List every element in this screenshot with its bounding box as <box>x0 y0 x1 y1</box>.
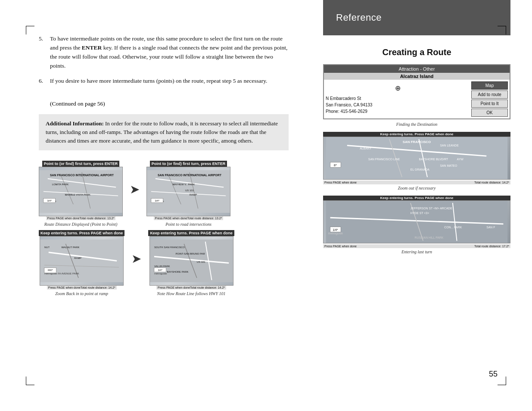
step-list: 5. To have intermediate points on the ro… <box>39 34 289 92</box>
step-5-text: To have intermediate points on the route… <box>50 34 289 71</box>
map-thumb-1-1: SAN FRANCISCO INTERNATIONAL AIRPORT LOMI… <box>39 167 123 216</box>
map-caption-1-1: Route Distance Displayed (Point to Point… <box>44 222 118 227</box>
step-6: 6. If you desire to have more intermedia… <box>39 77 289 86</box>
map-caption-1-2: Point to road intersections <box>165 222 212 227</box>
svg-text:SAN MATEO: SAN MATEO <box>440 164 457 167</box>
svg-text:EL GRANADA: EL GRANADA <box>411 168 429 171</box>
map-item-1-1: Point to (or find) first turn, press ENT… <box>39 161 123 227</box>
map-button[interactable]: Map <box>471 81 508 90</box>
corner-mark-bl <box>26 377 34 385</box>
right-map-caption-2: Entering last turn <box>323 249 510 254</box>
svg-text:SOUTH SAN FRANCISCO: SOUTH SAN FRANCISCO <box>154 246 184 249</box>
svg-text:US 101: US 101 <box>196 261 205 263</box>
svg-text:MAYHEW V.. PARK: MAYHEW V.. PARK <box>172 183 195 186</box>
svg-text:metroguide: metroguide <box>154 272 167 275</box>
svg-text:8*: 8* <box>334 164 337 167</box>
map-item-1-2: Point to (or find) first turn, press ENT… <box>146 161 230 227</box>
arrow-1: ➤ <box>130 184 140 196</box>
section-title: Creating a Route <box>323 47 510 57</box>
right-map-thumb-2: JEFFERSON ST <M> ARCADE HYDE ST <3> CON.… <box>323 200 510 243</box>
ok-button[interactable]: OK <box>471 109 508 117</box>
svg-text:3/4*: 3/4* <box>47 199 52 202</box>
right-map-header-1: Keep entering turns. Press PAGE when don… <box>323 132 510 137</box>
svg-text:AYW: AYW <box>457 158 464 161</box>
map-footer-1-2: Press PAGE when done Total route distanc… <box>154 216 224 220</box>
svg-text:JEFFERSON ST <M> ARCADE: JEFFERSON ST <M> ARCADE <box>411 207 452 210</box>
ui-card-right: Map Add to route Point to It OK <box>471 81 508 117</box>
address-line1: N Embarcadero St <box>326 95 470 102</box>
svg-text:BAYSHORE BLVD/RT: BAYSHORE BLVD/RT <box>419 158 448 161</box>
svg-rect-23 <box>40 240 123 282</box>
svg-text:3/4*: 3/4* <box>155 199 159 202</box>
svg-text:RAMP: RAMP <box>190 193 197 196</box>
svg-text:1/4*: 1/4* <box>333 228 338 231</box>
map-item-2-1: Keep entering turns. Press PAGE when don… <box>39 230 124 296</box>
arrow-2: ➤ <box>131 253 141 265</box>
step-5-num: 5. <box>39 34 47 71</box>
ui-card-left: ⊕ N Embarcadero St San Fransico, CA 9413… <box>326 81 470 117</box>
right-map-caption-1: Zoom out if necessary <box>323 186 510 190</box>
svg-text:metroguide: metroguide <box>328 232 343 235</box>
additional-info-box: Additional Information: In order for the… <box>39 114 289 150</box>
right-map-footer-1: Press PAGE when done Total route distanc… <box>323 181 510 184</box>
svg-text:HYDE ST <3>: HYDE ST <3> <box>411 212 429 215</box>
step-5: 5. To have intermediate points on the ro… <box>39 34 289 71</box>
svg-text:SAN LEANDE: SAN LEANDE <box>440 144 459 147</box>
svg-text:POINT-SAN BRUNO PAR: POINT-SAN BRUNO PAR <box>175 252 205 255</box>
map-header-1-1: Point to (or find) first turn, press ENT… <box>42 161 120 167</box>
right-map-thumb-1: SAN FRANCISCO ALBANY SAN LEANDE SAN FRAN… <box>323 137 510 180</box>
svg-text:NUT: NUT <box>44 246 50 249</box>
ui-card-destination: Attraction - Other Alcatraz Island ⊕ N E… <box>323 64 510 119</box>
ui-card-subtitle: Alcatraz Island <box>324 73 510 80</box>
svg-text:CON... PARK: CON... PARK <box>444 226 462 229</box>
map-header-1-2: Point to (or find) first turn, press ENT… <box>150 161 227 167</box>
map-row-2: Keep entering turns. Press PAGE when don… <box>39 230 289 296</box>
right-map-footer-2: Press PAGE when done Total route distanc… <box>323 244 510 248</box>
reference-header: Reference <box>323 0 510 35</box>
map-caption-2-2: Note How Route Line follows HWY 101 <box>157 291 226 296</box>
map-thumb-2-1: NUT WALNUT PARK RAMP metroguide FA AVENU… <box>40 236 124 286</box>
svg-text:000*: 000* <box>48 269 53 271</box>
continued-text: (Continued on page 56) <box>50 100 289 107</box>
corner-mark-tr <box>498 26 506 34</box>
step-6-text: If you desire to have more intermediate … <box>50 77 267 86</box>
map-footer-2-2: Press PAGE when done Total route distanc… <box>156 286 226 290</box>
map-thumb-1-2: SAN FRANCISCO INTERNATIONAL AIRPORT US 1… <box>146 167 230 216</box>
page-container: 5. To have intermediate points on the ro… <box>0 0 532 411</box>
map-footer-2-1: Press PAGE when done Total route distanc… <box>47 286 117 290</box>
ui-card-title: Attraction - Other <box>324 65 510 73</box>
svg-text:SAN FRANCISCO: SAN FRANCISCO <box>403 140 431 144</box>
map-item-2-2: Keep entering turns. Press PAGE when don… <box>148 230 234 296</box>
svg-text:LOMITA PARK: LOMITA PARK <box>52 183 69 186</box>
right-map-2: Keep entering turns. Press PAGE when don… <box>323 196 510 259</box>
svg-text:SAN FRANCISCO INTERNATIONAL AI: SAN FRANCISCO INTERNATIONAL AIRPORT <box>50 174 114 177</box>
phone: Phone: 415-546-2629 <box>326 108 470 115</box>
add-to-route-button[interactable]: Add to route <box>471 90 508 99</box>
corner-mark-tl <box>26 26 34 34</box>
svg-text:SAN F: SAN F <box>486 226 495 229</box>
svg-text:3/4*: 3/4* <box>158 269 162 271</box>
svg-text:RAMP: RAMP <box>74 257 81 259</box>
address-line2: San Fransico, CA 94133 <box>326 102 470 108</box>
step-6-num: 6. <box>39 77 47 86</box>
point-to-it-button[interactable]: Point to It <box>471 100 508 108</box>
svg-text:RUSSIAN HILL PARK: RUSSIAN HILL PARK <box>415 236 444 239</box>
ui-card-body: ⊕ N Embarcadero St San Fransico, CA 9413… <box>324 80 510 118</box>
svg-text:US 101: US 101 <box>185 190 194 192</box>
svg-text:ALBANY: ALBANY <box>360 147 371 150</box>
map-row-1: Point to (or find) first turn, press ENT… <box>39 161 289 227</box>
right-map-header-2: Keep entering turns. Press PAGE when don… <box>323 196 510 200</box>
map-header-2-2: Keep entering turns. Press PAGE when don… <box>148 230 234 236</box>
map-header-2-1: Keep entering turns. Press PAGE when don… <box>39 230 124 236</box>
svg-text:SAN FRANCISCO LINE: SAN FRANCISCO LINE <box>368 158 400 161</box>
map-footer-1-1: Press PAGE when done Total route distanc… <box>46 216 116 220</box>
destination-icon: ⊕ <box>395 83 401 93</box>
map-caption-2-1: Zoom Back in to point at ramp <box>55 291 108 296</box>
svg-text:MARBLE VISTA PARK: MARBLE VISTA PARK <box>65 193 90 196</box>
map-thumb-2-2: SOUTH SAN FRANCISCO POINT-SAN BRUNO PAR … <box>149 236 233 286</box>
finding-caption: Finding the Destination <box>323 122 510 127</box>
map-grid: Point to (or find) first turn, press ENT… <box>39 161 289 296</box>
svg-text:BAYSHORE PARK: BAYSHORE PARK <box>167 271 188 273</box>
additional-info-label: Additional Information: <box>46 120 104 127</box>
right-page: Reference Creating a Route Attraction - … <box>310 0 532 411</box>
